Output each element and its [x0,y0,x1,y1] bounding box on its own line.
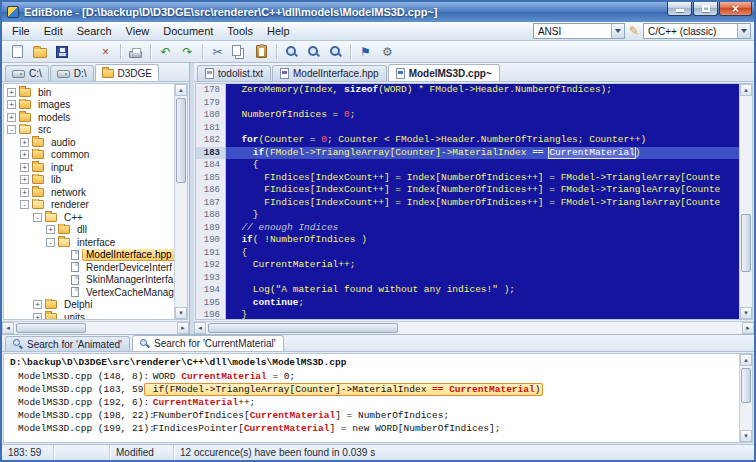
collapse-icon[interactable]: - [7,125,16,134]
scroll-left-icon[interactable] [2,322,14,334]
scroll-down-icon[interactable] [740,307,752,319]
collapse-icon[interactable]: - [46,238,55,247]
scroll-up-icon[interactable] [740,84,752,96]
tree-item[interactable]: -C++ [4,211,174,224]
tree-item[interactable]: +Delphi [4,299,174,312]
tree-item-label[interactable]: input [47,161,77,174]
tree-item[interactable]: +models [4,111,174,124]
search-tab[interactable]: Search for 'Animated' [5,336,130,351]
expand-icon[interactable]: + [33,313,42,319]
scroll-down-icon[interactable] [175,307,187,319]
tree-item-label[interactable]: RenderDeviceInterf [82,261,174,274]
line-number[interactable]: 194 [196,284,226,297]
search-tab[interactable]: Search for 'CurrentMaterial' [132,335,284,351]
tree-item-label[interactable]: Delphi [60,299,96,312]
code-line[interactable]: 192 CurrentMaterial++; [196,259,739,272]
line-number[interactable]: 192 [196,259,226,272]
expand-icon[interactable]: + [7,113,16,122]
undo-button[interactable]: ↶ [155,42,176,61]
code-line[interactable]: 191 { [196,247,739,260]
tree-item[interactable]: ModelInterface.hpp [4,249,174,262]
find-button[interactable] [281,42,302,61]
tree-item-label[interactable]: ModelInterface.hpp [82,249,174,262]
explorer-tab-c[interactable]: C:\ [5,65,49,81]
line-number[interactable]: 184 [196,159,226,172]
search-result-row[interactable]: ModelMS3D.cpp (183, 59): if(FModel->Tria… [4,383,739,396]
tree-item-label[interactable]: lib [47,174,65,187]
menu-view[interactable]: View [119,23,157,39]
explorer-tab-d3dge[interactable]: D3DGE [95,64,159,81]
line-number[interactable]: 181 [196,122,226,135]
tree-vertical-scrollbar[interactable] [174,84,187,319]
code-line[interactable]: 183 if(FModel->TriangleArray[Counter]->M… [196,147,739,160]
scroll-thumb[interactable] [16,323,86,333]
line-number[interactable]: 195 [196,297,226,310]
scroll-left-icon[interactable] [194,322,206,334]
code-line[interactable]: 189 // enough Indices [196,222,739,235]
maximize-button[interactable] [693,2,718,16]
scroll-thumb[interactable] [176,98,186,183]
code-line[interactable]: 190 if( !NumberOfIndices ) [196,234,739,247]
redo-button[interactable]: ↷ [177,42,198,61]
menu-help[interactable]: Help [260,23,297,39]
menu-tools[interactable]: Tools [220,23,260,39]
tree-item-label[interactable]: C++ [60,211,87,224]
scroll-track[interactable] [14,322,177,334]
app-icon[interactable] [7,6,19,18]
search-result-row[interactable]: ModelMS3D.cpp (199, 21): FIndicesPointer… [4,422,739,435]
tree-item-label[interactable]: renderer [47,199,93,212]
scroll-track[interactable] [740,366,752,430]
search-result-file-header[interactable]: D:\backup\D\D3DGE\src\renderer\C++\dll\m… [4,356,739,370]
search-result-row[interactable]: ModelMS3D.cpp (148, 8): WORD CurrentMate… [4,370,739,383]
tree-item[interactable]: +bin [4,86,174,99]
tree-item-label[interactable]: common [47,149,93,162]
code-line[interactable]: 181 [196,122,739,135]
menu-document[interactable]: Document [156,23,220,39]
tree-item-label[interactable]: VertexCacheManag [82,286,174,299]
scroll-thumb[interactable] [208,323,398,333]
line-number[interactable]: 183 [196,147,226,160]
editor-tab-todolisttxt[interactable]: todolist.txt [197,65,271,81]
cut-button[interactable]: ✂ [207,42,228,61]
encoding-select[interactable]: ANSI [533,23,625,39]
tree-item-label[interactable]: audio [47,136,79,149]
line-number[interactable]: 191 [196,247,226,260]
results-vertical-scrollbar[interactable] [739,354,752,442]
editor-vertical-scrollbar[interactable] [739,84,752,319]
scroll-up-icon[interactable] [740,354,752,366]
line-number[interactable]: 179 [196,97,226,110]
paste-button[interactable] [251,42,272,61]
collapse-icon[interactable]: - [20,200,29,209]
code-line[interactable]: 185 FIndices[IndexCount++] = Index[Numbe… [196,172,739,185]
tree-item[interactable]: +dll [4,224,174,237]
minimize-button[interactable] [667,2,692,16]
tree-item-label[interactable]: images [34,99,74,112]
expand-icon[interactable]: + [20,138,29,147]
scroll-track[interactable] [740,96,752,307]
tree-item[interactable]: +lib [4,174,174,187]
tree-item[interactable]: +units [4,311,174,319]
scroll-right-icon[interactable] [177,322,189,334]
tree-item[interactable]: -renderer [4,199,174,212]
line-number[interactable]: 193 [196,272,226,285]
menu-file[interactable]: File [5,23,37,39]
collapse-icon[interactable]: - [33,213,42,222]
tree-item[interactable]: SkinManagerInterfa [4,274,174,287]
tree-horizontal-scrollbar[interactable] [2,321,189,334]
tree-item[interactable]: +common [4,149,174,162]
search-result-row[interactable]: ModelMS3D.cpp (192, 6): CurrentMaterial+… [4,396,739,409]
code-line[interactable]: 196 } [196,309,739,319]
expand-icon[interactable]: + [20,163,29,172]
line-number[interactable]: 189 [196,222,226,235]
tree-item-label[interactable]: models [34,111,74,124]
line-number[interactable]: 186 [196,184,226,197]
save-button[interactable] [51,42,72,61]
tree-item[interactable]: VertexCacheManag [4,286,174,299]
line-number[interactable]: 178 [196,84,226,97]
new-file-button[interactable] [7,42,28,61]
tree-item-label[interactable]: bin [34,86,55,99]
close-button[interactable] [719,2,752,16]
explorer-tab-d[interactable]: D:\ [50,65,94,81]
close-file-button[interactable]: × [95,42,116,61]
line-number[interactable]: 187 [196,197,226,210]
